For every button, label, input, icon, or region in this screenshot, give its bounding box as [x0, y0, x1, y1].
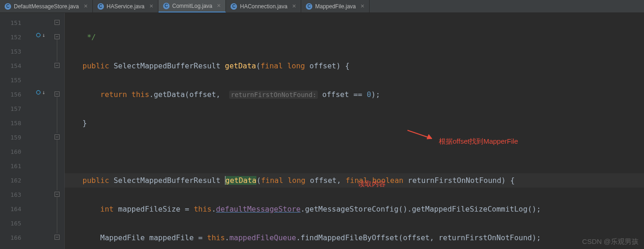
- line-number: 162: [0, 173, 21, 188]
- java-class-icon: C: [97, 3, 104, 10]
- keyword-this: this: [207, 233, 225, 242]
- override-down-icon[interactable]: ↓: [36, 32, 45, 38]
- param: offset: [310, 61, 336, 70]
- number: 0: [367, 90, 371, 99]
- fold-close-icon[interactable]: −: [55, 235, 60, 240]
- java-class-icon: C: [306, 3, 312, 10]
- type: SelectMappedBufferResult: [114, 176, 220, 185]
- keyword-this: this: [132, 90, 150, 99]
- close-icon[interactable]: ✕: [217, 3, 221, 9]
- field: defaultMessageStore: [216, 205, 301, 213]
- fold-line: [57, 197, 57, 233]
- method-name: getData: [225, 61, 256, 70]
- keyword-this: this: [194, 205, 212, 213]
- annotation-text: 读取内容: [358, 176, 386, 191]
- svg-point-1: [36, 91, 40, 94]
- line-number: 153: [0, 44, 21, 59]
- arrow-icon: [407, 128, 439, 142]
- editor-tabs: C DefaultMessageStore.java ✕ C HAService…: [0, 0, 644, 13]
- method-call: getMappedFileSizeCommitLog: [412, 205, 527, 213]
- keyword-long: long: [287, 61, 305, 70]
- type: MappedFile: [100, 233, 145, 242]
- watermark: CSDN @乐观男孩: [582, 237, 638, 246]
- fold-gutter: − − − − − − −: [51, 13, 65, 249]
- close-icon[interactable]: ✕: [292, 3, 296, 9]
- param: offset: [310, 176, 337, 185]
- keyword-public: public: [83, 176, 109, 185]
- close-icon[interactable]: ✕: [84, 3, 88, 9]
- fold-close-icon[interactable]: −: [55, 192, 60, 197]
- icon-gutter: ↓ ↓: [28, 13, 51, 249]
- method-call: findMappedFileByOffset: [301, 233, 399, 242]
- keyword-public: public: [83, 61, 109, 70]
- arg: offset: [322, 90, 349, 99]
- tab-default-message-store[interactable]: C DefaultMessageStore.java ✕: [0, 0, 93, 12]
- line-number: 160: [0, 145, 21, 159]
- keyword-return: return: [100, 90, 127, 99]
- line-number: 152: [0, 30, 21, 44]
- tab-label: CommitLog.java: [172, 3, 213, 9]
- tab-haconnection[interactable]: C HAConnection.java ✕: [226, 0, 301, 12]
- editor-area: 151 152 153 154 155 156 157 158 159 160 …: [0, 13, 644, 249]
- fold-close-icon[interactable]: −: [55, 20, 60, 25]
- line-number: 157: [0, 102, 21, 116]
- line-number: 151: [0, 16, 21, 30]
- fold-line: [57, 39, 57, 61]
- keyword-final: final: [261, 61, 283, 70]
- annotation-text: 根据offset找到MapperFile: [439, 134, 518, 148]
- fold-line: [57, 97, 57, 133]
- method-call: getData: [154, 90, 185, 99]
- method-name: getData: [225, 176, 256, 185]
- line-number: 166: [0, 231, 21, 245]
- java-class-icon: C: [163, 3, 170, 9]
- arg: offset: [403, 233, 430, 242]
- keyword-int: int: [100, 205, 114, 213]
- type: SelectMappedBufferResult: [114, 61, 220, 70]
- keyword-long: long: [288, 176, 306, 185]
- line-number: 163: [0, 188, 21, 202]
- inlay-hint: returnFirstOnNotFound:: [229, 91, 317, 99]
- fold-close-icon[interactable]: −: [55, 63, 60, 68]
- line-number: 158: [0, 116, 21, 130]
- fold-open-icon[interactable]: −: [55, 134, 60, 140]
- tab-mappedfile[interactable]: C MappedFile.java ✕: [301, 0, 370, 12]
- override-down-icon[interactable]: ↓: [36, 89, 45, 96]
- code-area[interactable]: */ public SelectMappedBufferResult getDa…: [65, 13, 644, 249]
- tab-haservice[interactable]: C HAService.java ✕: [93, 0, 158, 12]
- fold-line: [57, 140, 57, 190]
- arg: returnFirstOnNotFound: [438, 233, 532, 242]
- tab-label: HAConnection.java: [240, 3, 287, 10]
- line-number: 164: [0, 202, 21, 216]
- var: mappedFileSize: [118, 205, 181, 213]
- method-call: getMessageStoreConfig: [305, 205, 398, 213]
- arg: offset: [189, 90, 216, 99]
- param: returnFirstOnNotFound: [408, 176, 501, 185]
- field: mappedFileQueue: [229, 233, 296, 242]
- java-class-icon: C: [231, 3, 237, 10]
- svg-point-0: [36, 33, 40, 37]
- comment: */: [87, 33, 96, 42]
- tab-label: HAService.java: [107, 3, 145, 10]
- fold-open-icon[interactable]: −: [55, 91, 60, 97]
- line-number-gutter: 151 152 153 154 155 156 157 158 159 160 …: [0, 13, 28, 249]
- close-icon[interactable]: ✕: [360, 3, 365, 9]
- var: mappedFile: [149, 233, 194, 242]
- tab-label: MappedFile.java: [315, 3, 356, 10]
- tab-label: DefaultMessageStore.java: [14, 3, 79, 10]
- fold-open-icon[interactable]: −: [55, 34, 60, 39]
- line-number: 165: [0, 216, 21, 231]
- svg-marker-3: [427, 134, 432, 139]
- line-number: 154: [0, 59, 21, 73]
- tab-commitlog[interactable]: C CommitLog.java ✕: [158, 0, 226, 12]
- line-number: 159: [0, 130, 21, 145]
- line-number: 161: [0, 159, 21, 173]
- line-number: 155: [0, 73, 21, 87]
- keyword-final: final: [261, 176, 283, 185]
- java-class-icon: C: [5, 3, 11, 10]
- close-icon[interactable]: ✕: [149, 3, 153, 9]
- line-number: 156: [0, 87, 21, 102]
